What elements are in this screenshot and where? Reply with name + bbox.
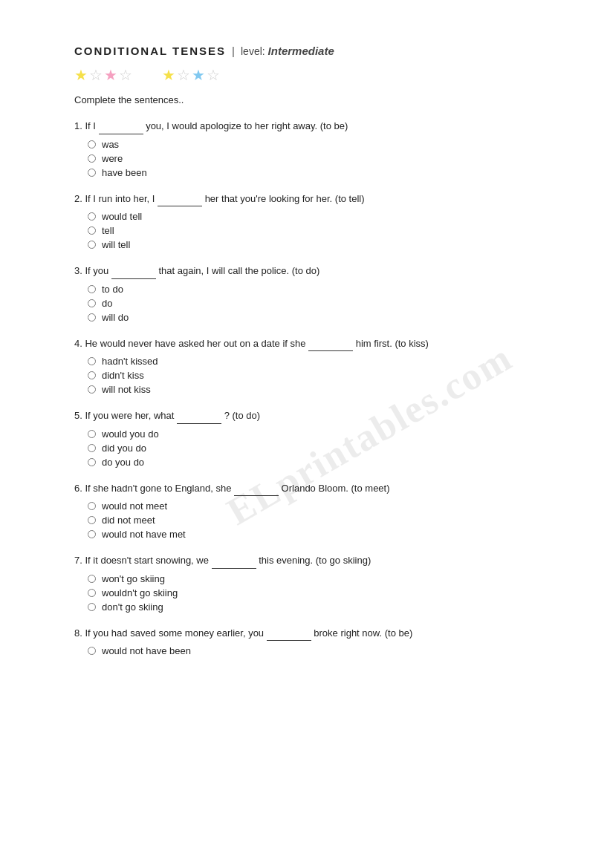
star-group-left: ★ ☆ ★ ☆ (74, 68, 132, 82)
star-8: ☆ (207, 68, 220, 82)
level-label: level: Intermediate (241, 45, 334, 57)
radio-button[interactable] (88, 444, 96, 452)
question-block-3: 3. If you that again, I will call the po… (74, 264, 551, 323)
star-6: ☆ (177, 68, 190, 82)
option-label: would not have been (102, 645, 191, 656)
option-row: won't go skiing (88, 573, 551, 584)
option-label: hadn't kissed (102, 356, 158, 367)
options-6: would not meetdid not meetwould not have… (88, 500, 551, 540)
worksheet-title: CONDITIONAL TENSES (74, 45, 226, 57)
radio-button[interactable] (88, 603, 96, 611)
level-prefix: level: (241, 45, 265, 57)
option-label: would not meet (102, 500, 167, 512)
radio-button[interactable] (88, 226, 96, 235)
option-label: won't go skiing (102, 573, 165, 584)
option-row: will tell (88, 239, 551, 250)
option-row: would not meet (88, 500, 551, 512)
radio-button[interactable] (88, 154, 96, 163)
option-label: wouldn't go skiing (102, 587, 178, 598)
questions-container: 1. If I you, I would apologize to her ri… (74, 119, 551, 656)
star-group-right: ★ ☆ ★ ☆ (162, 68, 220, 82)
option-label: do (102, 298, 112, 309)
level-value: Intermediate (268, 45, 334, 57)
option-label: did you do (102, 443, 146, 454)
star-3: ★ (104, 68, 117, 82)
option-row: will do (88, 312, 551, 323)
radio-button[interactable] (88, 212, 96, 221)
option-row: didn't kiss (88, 370, 551, 381)
radio-button[interactable] (88, 371, 96, 379)
option-row: would you do (88, 428, 551, 440)
question-block-8: 8. If you had saved some money earlier, … (74, 626, 551, 657)
question-block-5: 5. If you were her, what ? (to do)would … (74, 408, 551, 468)
radio-button[interactable] (88, 169, 96, 177)
question-text-5: 5. If you were her, what ? (to do) (74, 408, 551, 424)
question-text-1: 1. If I you, I would apologize to her ri… (74, 119, 551, 134)
radio-button[interactable] (88, 647, 96, 655)
question-text-3: 3. If you that again, I will call the po… (74, 264, 551, 279)
star-2: ☆ (89, 68, 103, 82)
options-2: would telltellwill tell (88, 211, 551, 250)
option-label: tell (102, 225, 114, 236)
question-text-7: 7. If it doesn't start snowing, we this … (74, 553, 551, 569)
question-text-6: 6. If she hadn't gone to England, she Or… (74, 481, 551, 497)
option-label: don't go skiing (102, 601, 163, 613)
star-7: ★ (192, 68, 205, 82)
radio-button[interactable] (88, 299, 96, 307)
option-row: hadn't kissed (88, 356, 551, 367)
option-label: will do (102, 312, 129, 323)
options-8: would not have been (88, 645, 551, 656)
option-row: tell (88, 225, 551, 236)
option-label: was (102, 139, 119, 150)
option-label: did not meet (102, 515, 155, 526)
option-row: do (88, 298, 551, 309)
option-row: would not have been (88, 645, 551, 656)
star-5: ★ (162, 68, 175, 82)
question-text-8: 8. If you had saved some money earlier, … (74, 626, 551, 642)
option-row: did you do (88, 443, 551, 454)
radio-button[interactable] (88, 502, 96, 510)
option-row: would not have met (88, 529, 551, 540)
option-label: would not have met (102, 529, 186, 540)
option-row: would tell (88, 211, 551, 222)
radio-button[interactable] (88, 241, 96, 249)
option-label: will not kiss (102, 384, 151, 395)
radio-button[interactable] (88, 357, 96, 365)
radio-button[interactable] (88, 575, 96, 583)
option-row: were (88, 153, 551, 164)
option-row: to do (88, 284, 551, 295)
option-label: to do (102, 284, 123, 295)
question-block-1: 1. If I you, I would apologize to her ri… (74, 119, 551, 178)
option-row: do you do (88, 457, 551, 468)
question-text-2: 2. If I run into her, I her that you're … (74, 192, 551, 207)
title-row: CONDITIONAL TENSES | level: Intermediate (74, 45, 551, 57)
radio-button[interactable] (88, 385, 96, 394)
title-separator: | (232, 45, 235, 57)
option-row: was (88, 139, 551, 150)
question-block-7: 7. If it doesn't start snowing, we this … (74, 553, 551, 613)
stars-row: ★ ☆ ★ ☆ ★ ☆ ★ ☆ (74, 68, 551, 82)
option-row: have been (88, 167, 551, 178)
radio-button[interactable] (88, 530, 96, 538)
radio-button[interactable] (88, 516, 96, 524)
option-row: did not meet (88, 515, 551, 526)
option-row: don't go skiing (88, 601, 551, 613)
option-row: will not kiss (88, 384, 551, 395)
radio-button[interactable] (88, 285, 96, 293)
option-label: have been (102, 167, 147, 178)
question-block-2: 2. If I run into her, I her that you're … (74, 192, 551, 251)
radio-button[interactable] (88, 140, 96, 149)
radio-button[interactable] (88, 458, 96, 466)
options-3: to dodowill do (88, 284, 551, 323)
radio-button[interactable] (88, 430, 96, 438)
option-label: would you do (102, 428, 159, 440)
question-block-4: 4. He would never have asked her out on … (74, 336, 551, 396)
option-label: would tell (102, 211, 142, 222)
star-1: ★ (74, 68, 88, 82)
option-label: do you do (102, 457, 144, 468)
question-text-4: 4. He would never have asked her out on … (74, 336, 551, 352)
radio-button[interactable] (88, 589, 96, 597)
radio-button[interactable] (88, 313, 96, 322)
instruction-text: Complete the sentences.. (74, 94, 551, 105)
option-label: will tell (102, 239, 130, 250)
